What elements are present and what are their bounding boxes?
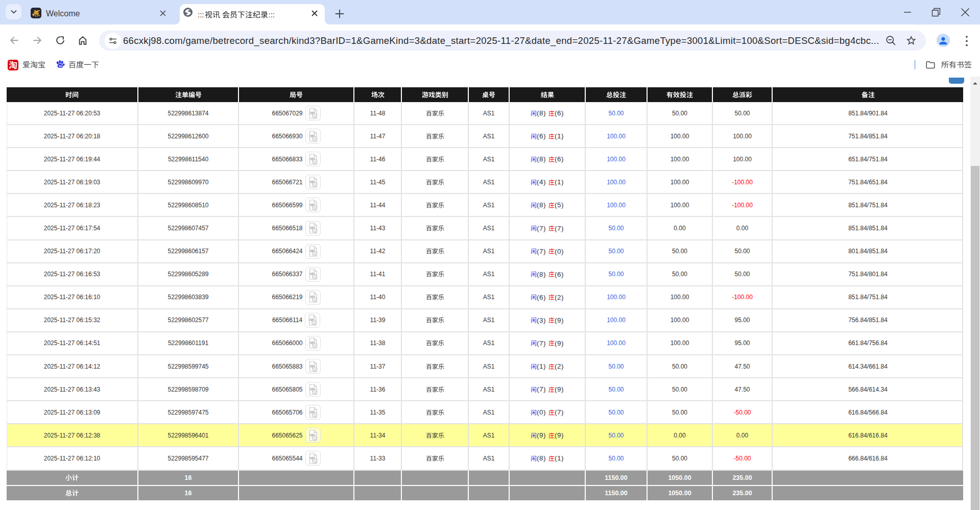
svg-text:du: du bbox=[59, 64, 63, 67]
